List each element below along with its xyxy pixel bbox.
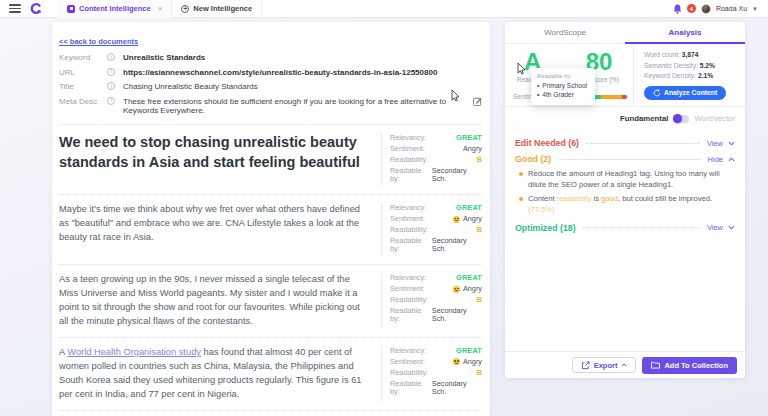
tab-content-intelligence[interactable]: Content Intelligence × [58, 0, 172, 18]
field-label: Keyword [59, 53, 107, 63]
logo-icon [29, 2, 42, 15]
metric-label: Readable by: [390, 167, 432, 183]
analyze-content-label: Analyze Content [664, 89, 717, 96]
analyze-content-button[interactable]: Analyze Content [644, 86, 726, 100]
export-button[interactable]: Export [572, 357, 637, 373]
metric-readability: B [477, 156, 482, 164]
mouse-cursor [451, 90, 460, 102]
stat-keyword-density: Keyword Density: 2.1% [644, 72, 737, 79]
chevron-down-icon[interactable] [728, 225, 735, 230]
tab-label: New Intelligence [193, 4, 252, 13]
add-to-collection-button[interactable]: Add To Collection [642, 357, 737, 374]
field-meta-desc: Meta Desc i These free extensions should… [59, 97, 482, 116]
field-value: Unrealistic Standards [123, 53, 205, 63]
stat-value: 2.1% [698, 72, 713, 79]
field-url: URL i https://asiannewschannel.com/style… [59, 68, 482, 78]
block-metrics: Relevancy:GREAT Sentiment:Angry Readabil… [381, 273, 482, 329]
panel-tabs: WordScope Analysis [505, 22, 745, 44]
text-segment: (77.5%) [528, 205, 555, 214]
user-name: Roada Xu [716, 5, 747, 12]
tab-wordscope[interactable]: WordScope [505, 22, 625, 43]
field-value: https://asiannewschannel.com/style/unrea… [123, 68, 437, 78]
block-metrics: Relevancy:GREAT Sentiment:Angry Readabil… [381, 133, 482, 186]
text-segment: , but could still be improved. [618, 194, 712, 203]
view-link[interactable]: View [707, 223, 723, 232]
text-segment: good [601, 194, 618, 203]
edit-icon[interactable] [473, 97, 482, 109]
document-card: << back to documents Keyword i Unrealist… [52, 22, 490, 416]
stat-value: 3,874 [682, 51, 699, 58]
info-icon[interactable]: i [107, 68, 115, 76]
recommendation-item: Reduce the amount of Heading1 tag. Using… [519, 169, 735, 190]
hamburger-icon[interactable] [9, 4, 21, 13]
back-to-documents-link[interactable]: << back to documents [59, 37, 138, 46]
metric-label: Relevancy: [390, 347, 426, 355]
who-study-link[interactable]: World Health Organisation study [67, 347, 201, 357]
sentiment-negative-segment [622, 95, 627, 99]
view-link[interactable]: View [707, 139, 723, 148]
document-meta: Keyword i Unrealistic Standards URL i ht… [59, 53, 482, 125]
metric-label: Readable by: [390, 380, 432, 396]
content-stats: Word count: 3,874 Semantic Density: 5.2%… [633, 44, 745, 106]
avatar[interactable] [701, 4, 711, 14]
chevron-up-icon [621, 363, 627, 367]
angry-emoji-icon [453, 286, 460, 293]
tab-new-intelligence[interactable]: + New Intelligence [172, 0, 262, 18]
metric-label: Relevancy: [390, 134, 426, 142]
field-value: These free extensions should be sufficie… [123, 97, 473, 116]
field-title: Title i Chasing Unrealistic Beauty Stand… [59, 82, 482, 92]
metric-relevancy: GREAT [456, 274, 482, 282]
bell-icon[interactable] [673, 4, 682, 14]
wordvector-label: WordVector [694, 114, 735, 123]
article-block: Maybe it's time we think about why we fr… [59, 194, 482, 264]
metric-readable-by: Secondary Sch. [432, 307, 482, 323]
tooltip-title: Readable by [537, 73, 589, 79]
metric-readability: B [477, 296, 482, 304]
tooltip-item: 4th Grader [537, 91, 589, 98]
field-label: Title [59, 82, 107, 92]
stat-value: 5.2% [700, 62, 715, 69]
good-section-items: Reduce the amount of Heading1 tag. Using… [519, 169, 735, 216]
add-to-collection-label: Add To Collection [664, 361, 728, 370]
info-icon[interactable]: i [107, 97, 115, 105]
metric-sentiment: Angry [463, 215, 482, 223]
readable-by-tooltip: Readable by Primary School 4th Grader [531, 68, 595, 105]
text-segment: is [591, 194, 601, 203]
metric-readability: B [477, 226, 482, 234]
top-bar: Content Intelligence × + New Intelligenc… [0, 0, 768, 18]
tab-analysis[interactable]: Analysis [625, 22, 745, 43]
section-title: Good (2) [515, 154, 551, 164]
paragraph: A World Health Organisation study has fo… [59, 346, 369, 402]
recommendation-text: Content readability is good, but could s… [528, 194, 735, 215]
paragraph: Maybe it's time we think about why we fr… [59, 203, 369, 245]
metric-label: Relevancy: [390, 204, 426, 212]
folder-icon [651, 361, 660, 369]
info-icon[interactable]: i [107, 82, 115, 90]
stat-word-count: Word count: 3,874 [644, 51, 737, 58]
recommendation-item: Content readability is good, but could s… [519, 194, 735, 215]
metric-label: Readability: [390, 156, 428, 164]
recommendation-sections: Edit Needed (6) View Good (2) Hide Reduc… [505, 128, 745, 242]
fundamental-label: Fundamental [620, 114, 669, 123]
bullet-icon [519, 197, 523, 201]
chevron-down-icon[interactable] [728, 141, 735, 146]
info-icon[interactable]: i [107, 53, 115, 61]
analysis-panel: WordScope Analysis A Readability 80 WV S… [505, 22, 745, 378]
chevron-down-icon[interactable]: ▼ [752, 6, 758, 12]
hide-link[interactable]: Hide [708, 155, 723, 164]
metric-label: Sentiment: [390, 215, 425, 223]
notification-badge[interactable]: 4 [687, 4, 696, 13]
metric-label: Sentiment: [390, 285, 425, 293]
mode-toggle[interactable] [673, 115, 689, 123]
article-block: But it doesn't matter how advanced a bea… [59, 410, 482, 416]
angry-emoji-icon [453, 358, 460, 365]
metric-label: Readable by: [390, 307, 432, 323]
text-segment: Content [528, 194, 557, 203]
metric-readable-by: Secondary Sch. [432, 380, 482, 396]
stat-label: Word count: [644, 51, 680, 58]
close-icon[interactable]: × [158, 4, 163, 13]
tab-label: Content Intelligence [79, 4, 151, 13]
chevron-up-icon[interactable] [728, 157, 735, 162]
bullet-icon [519, 172, 523, 176]
field-label: Meta Desc [59, 97, 107, 107]
